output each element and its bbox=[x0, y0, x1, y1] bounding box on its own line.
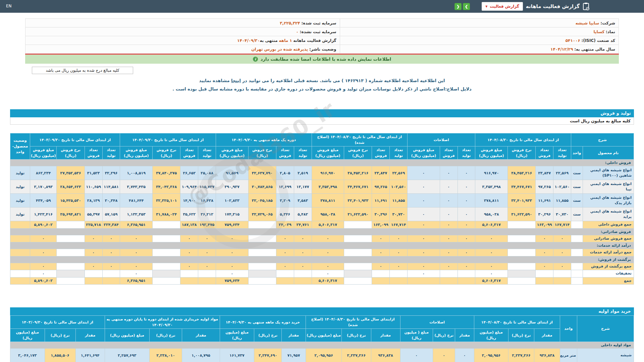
previous-report-button[interactable]: ❮ bbox=[454, 3, 462, 10]
value-cell: ۰ bbox=[536, 263, 553, 270]
value-cell: ۰ bbox=[312, 263, 344, 270]
value-cell: ۳۱,۶۲۲,۵۹۰ bbox=[344, 207, 372, 221]
value-cell bbox=[458, 277, 475, 285]
column-header: واحد bbox=[560, 316, 577, 342]
value-cell: ۰ bbox=[455, 349, 474, 362]
value-cell: ۳۴,۴۶۷,۶۷۱ bbox=[508, 180, 536, 194]
value-cell: ۲۷,۳۵۲,۵۳۶ bbox=[57, 166, 85, 180]
value-cell: ۲۵,۶۹۴,۸۲۱ bbox=[57, 207, 85, 221]
column-header: شرح bbox=[577, 316, 634, 342]
column-header: تعداد تولید bbox=[458, 146, 475, 160]
unregistered-capital-cell: سرمایه ثبت نشده: ۰ bbox=[25, 27, 340, 36]
value-cell: ۳۰,۷۸۴,۸۶۵ bbox=[248, 180, 276, 194]
table-row: فروش داخلی: bbox=[10, 160, 634, 166]
report-period-date: ۱۴۰۴/۰۹/۳۰ bbox=[237, 38, 260, 43]
company-info-table: شرکت: سایپا شیشه سرمایه ثبت شده: ۳,۲۲۵,۳… bbox=[25, 18, 619, 54]
value-cell: ۰ bbox=[400, 349, 433, 362]
column-header: مقدار bbox=[182, 329, 220, 342]
value-cell: ۷۵۹,۶۳۴ bbox=[216, 221, 249, 229]
value-cell: ۰ bbox=[30, 249, 57, 256]
value-cell: ۱۲,۶۹۹ bbox=[276, 180, 294, 194]
value-cell bbox=[553, 277, 571, 285]
info-icon: i bbox=[253, 57, 258, 62]
value-cell: ۲۸,۱۳۹ bbox=[85, 194, 102, 207]
value-cell: ۳۱,۵۲۳ bbox=[85, 166, 102, 180]
value-cell: ۳۷,۸۴۰,۲۷۵ bbox=[153, 166, 180, 180]
registered-capital-label: سرمایه ثبت شده: bbox=[302, 21, 336, 25]
table-row: انواع شیشه هاي ایمني شاهین (SP۱۰۰)ست۲۲,۵… bbox=[10, 166, 634, 180]
value-cell: ۰ bbox=[120, 270, 153, 278]
value-cell: ۱,۰۰۸,۷۹۵ bbox=[182, 349, 220, 362]
value-cell: ۱۹۲,۴۷۵ bbox=[198, 221, 216, 229]
value-cell: ۹۵۸,۰۳۸ bbox=[475, 207, 508, 221]
value-cell: ۰ bbox=[120, 263, 153, 270]
value-cell: ۹۱۶,۹۷۰ bbox=[312, 166, 344, 180]
correction-note: این اطلاعیه اصلاحیه اطلاعیه شماره ( ۱۴۶۲… bbox=[0, 78, 644, 83]
value-cell: ۱۱۵,۷۳۷ bbox=[198, 180, 216, 194]
value-cell: ۰ bbox=[102, 235, 120, 242]
column-header: مبلغ (میلیون ریال) bbox=[220, 329, 254, 342]
value-cell: ۰ bbox=[458, 180, 475, 194]
section-row-label: فروش صادراتی: bbox=[10, 228, 634, 235]
column-header: نرخ فروش (ریال) bbox=[153, 146, 180, 160]
value-cell: ۰ bbox=[475, 249, 508, 256]
table-row: جمع فروش داخلی۱۶۷,۷۱۴۱۶۳,۰۹۹۵,۶۰۶,۳۱۷۰۰۰… bbox=[10, 221, 634, 229]
column-header: مبلغ فروش (میلیون ریال) bbox=[408, 146, 440, 160]
value-cell bbox=[508, 235, 536, 242]
value-cell bbox=[390, 277, 408, 285]
value-cell: ۲۳,۸۴۷ bbox=[372, 166, 390, 180]
value-cell: ۰ bbox=[458, 166, 475, 180]
company-label: شرکت: bbox=[600, 21, 615, 25]
value-cell: ۰ bbox=[312, 270, 344, 278]
value-cell bbox=[153, 270, 180, 278]
company-value: سایپا شیشه bbox=[576, 21, 599, 25]
language-link[interactable]: EN bbox=[6, 4, 12, 8]
value-cell: ۲۴,۷۶۱ bbox=[294, 221, 312, 229]
value-cell: ۵,۶۰۶,۳۱۷ bbox=[475, 277, 508, 285]
value-cell bbox=[153, 221, 180, 229]
raw-materials-table: شرحواحداز ابتدای سال مالی تا تاریخ ۱۴۰۴/… bbox=[10, 315, 634, 362]
value-cell bbox=[408, 277, 440, 285]
column-header: وضعیت محصول-واحد bbox=[10, 133, 30, 160]
topbar: EN گزارش فعالیت ماهانه گزارش فعالیت ▼ ❯ … bbox=[0, 0, 644, 13]
column-header: مقدار bbox=[75, 329, 105, 342]
column-header: واحد bbox=[571, 146, 583, 160]
registered-capital-cell: سرمایه ثبت شده: ۳,۲۲۵,۳۲۴ bbox=[25, 19, 340, 27]
value-cell: ۰ bbox=[30, 263, 57, 270]
value-cell bbox=[440, 270, 458, 278]
value-cell: ۳,۲۰۹ bbox=[276, 194, 294, 207]
row-label-cell: جمع فروش صادراتی bbox=[583, 235, 634, 242]
column-header: مبلغ (میلیون ریال) bbox=[474, 329, 508, 342]
value-cell: ۵,۳۴۶ bbox=[276, 207, 294, 221]
previous-version-link[interactable]: اینجا bbox=[231, 78, 241, 83]
value-cell: ۲۰,۳۴۸ bbox=[102, 194, 120, 207]
status-cell: تولید bbox=[10, 166, 30, 180]
column-header: از ابتدای سال مالی تا تاریخ ۱۴۰۳/۰۹/۳۰ bbox=[10, 316, 105, 329]
value-cell: ۰ bbox=[553, 235, 571, 242]
table-row: فروش صادراتی: bbox=[10, 228, 634, 235]
value-cell: ۰ bbox=[390, 235, 408, 242]
row-label-cell: جمع فروش داخلی bbox=[583, 221, 634, 229]
value-cell: ۰ bbox=[276, 263, 294, 270]
correction-note-pre: این اطلاعیه اصلاحیه اطلاعیه شماره ( ۱۴۶۲… bbox=[242, 78, 445, 83]
value-cell: ۰ bbox=[553, 249, 571, 256]
value-cell: ۰ bbox=[440, 249, 458, 256]
report-type-label: گزارش فعالیت bbox=[490, 4, 519, 9]
value-cell: ۰ bbox=[198, 235, 216, 242]
value-cell: ۳۰,۲۹۶ bbox=[536, 207, 553, 221]
column-header: مبلغ فروش (میلیون ریال) bbox=[30, 146, 57, 160]
value-cell: ۰ bbox=[198, 263, 216, 270]
next-report-button[interactable]: ❯ bbox=[463, 3, 470, 10]
value-cell: ۳۲,۴۰۱,۹۳۳ bbox=[508, 194, 536, 207]
value-cell bbox=[57, 263, 85, 270]
column-header: شرح bbox=[571, 133, 634, 146]
value-cell: ۰ bbox=[180, 263, 198, 270]
report-type-dropdown[interactable]: گزارش فعالیت ▼ bbox=[482, 2, 523, 11]
column-header: تعداد فروش bbox=[180, 146, 198, 160]
value-cell: ۰ bbox=[102, 249, 120, 256]
value-cell bbox=[372, 277, 390, 285]
value-cell: ۰ bbox=[408, 180, 440, 194]
correction-note-post: مشاهده نمایید bbox=[199, 78, 229, 83]
value-cell: ۰ bbox=[408, 194, 440, 207]
table-row: کد صنعت (ISIC): ۵۴۱۰۰۶ گزارش فعالیت ماها… bbox=[25, 36, 619, 45]
